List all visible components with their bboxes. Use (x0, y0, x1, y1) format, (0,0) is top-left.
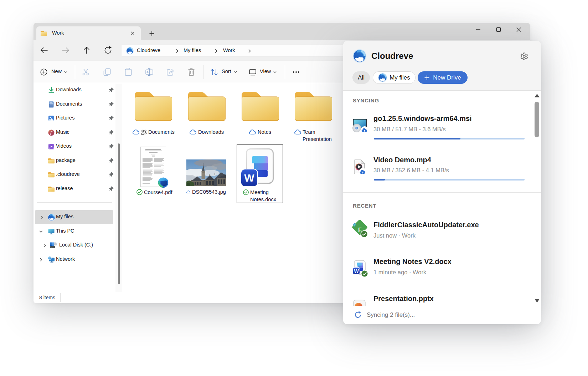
svg-text:W: W (354, 268, 359, 274)
